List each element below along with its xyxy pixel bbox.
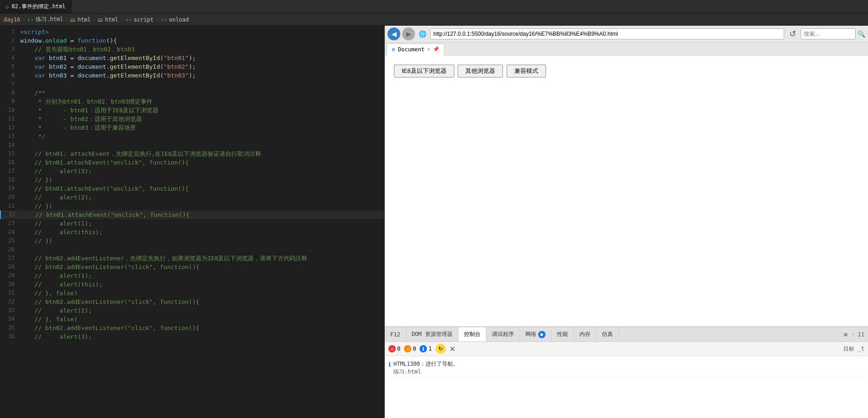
breadcrumb-html[interactable]: html — [77, 16, 91, 23]
code-line-33: 33 // alert(2); — [0, 306, 384, 315]
breadcrumb-html-file[interactable]: 练习.html — [36, 16, 63, 23]
breadcrumb-angle: ‹› — [27, 16, 33, 23]
code-line-1: 1 <script> — [0, 28, 384, 36]
code-line-22: 22 // btn01.attachEvent("onclick", funct… — [0, 210, 384, 219]
main-area: 1 <script> 2 window.onload = function(){… — [0, 26, 868, 418]
log-entry-1: ℹ HTML1300：进行了导航。 练习.html — [388, 359, 864, 378]
code-line-27: 27 // btn02.addEventListener，先绑定先执行，如果浏览… — [0, 254, 384, 263]
globe-icon: 🌐 — [417, 29, 428, 38]
code-line-35: 35 // btn02.addEventListener("click", fu… — [0, 324, 384, 332]
code-line-30: 30 // alert(this); — [0, 280, 384, 289]
code-line-17: 17 // alert(3); — [0, 167, 384, 176]
tab-label: 02.事件的绑定.html — [11, 3, 66, 11]
forward-button[interactable]: ▶ — [402, 28, 415, 40]
code-line-16: 16 // btn01.attachEvent("onclick", funct… — [0, 158, 384, 167]
code-line-5: 5 var btn02 = document.getElementById("b… — [0, 62, 384, 71]
code-line-10: 10 * - btn01：适用于IE8及以下浏览器 — [0, 106, 384, 115]
devtools-tab-dom[interactable]: DOM 资源管理器 — [406, 327, 459, 341]
code-line-6: 6 var btn03 = document.getElementById("b… — [0, 71, 384, 80]
devtools-tab-right: ⊞ · 11 — [841, 331, 868, 338]
breadcrumb-head-icon: 🗂 — [98, 16, 103, 23]
log-message: HTML1300：进行了导航。 — [393, 360, 459, 368]
search-button[interactable]: 🔍 — [857, 30, 865, 38]
code-line-15: 15 // btn01: attachEvent，先绑定后执行,在IE8及以下浏… — [0, 149, 384, 158]
doc-tab-bar: e Document ✕ 📌 — [385, 43, 868, 55]
code-line-11: 11 * - btn02：适用于其他浏览器 — [0, 115, 384, 123]
browser-content: IE8及以下浏览器 其他浏览器 兼容模式 — [385, 55, 868, 326]
breadcrumb-day16[interactable]: day16 — [4, 16, 20, 23]
log-file: 练习.html — [393, 368, 459, 376]
code-line-12: 12 * - btn03：适用于兼容场景 — [0, 123, 384, 132]
back-button[interactable]: ◀ — [388, 28, 400, 40]
devtools-target-label: 目标 _t — [843, 345, 864, 353]
document-page: IE8及以下浏览器 其他浏览器 兼容模式 — [385, 55, 868, 326]
devtools-tab-emulation[interactable]: 仿真 — [596, 327, 619, 341]
browser-toolbar: ◀ ▶ 🌐 ↺ 🔍 — [385, 26, 868, 43]
devtools-tab-memory[interactable]: 内存 — [574, 327, 596, 341]
code-line-31: 31 // }, false) — [0, 289, 384, 297]
compat-button[interactable]: 兼容模式 — [507, 65, 546, 77]
log-info-icon: ℹ — [388, 361, 391, 368]
info-count: ℹ 1 — [420, 345, 431, 352]
file-icon: ◇ — [5, 4, 9, 10]
code-line-20: 20 // alert(2); — [0, 193, 384, 202]
search-input[interactable] — [801, 28, 856, 39]
devtools-panel: F12 DOM 资源管理器 控制台 调试程序 网络 ● 性能 — [385, 326, 868, 418]
devtools-tab-perf[interactable]: 性能 — [551, 327, 574, 341]
devtools-layout-icon[interactable]: ⊞ — [844, 331, 847, 338]
url-bar[interactable] — [430, 28, 784, 39]
refresh-button[interactable]: ↺ — [786, 28, 799, 40]
code-line-32: 32 // btn02.addEventListener("click", fu… — [0, 297, 384, 306]
breadcrumb-onload-icon: ‹› — [161, 16, 167, 23]
code-line-34: 34 // }, false) — [0, 315, 384, 324]
tab-bar: ◇ 02.事件的绑定.html — [0, 0, 868, 14]
code-line-29: 29 // alert(1); — [0, 271, 384, 280]
document-tab[interactable]: e Document ✕ 📌 — [387, 44, 444, 55]
devtools-content: ℹ HTML1300：进行了导航。 练习.html — [385, 356, 868, 418]
code-line-8: 8 /** — [0, 88, 384, 97]
browser-panel: ◀ ▶ 🌐 ↺ 🔍 e Document ✕ 📌 IE8及以下浏览器 其他浏览器… — [385, 26, 868, 418]
doc-tab-pin[interactable]: 📌 — [433, 46, 439, 52]
error-icon: ✕ — [388, 345, 396, 352]
code-line-18: 18 // }) — [0, 176, 384, 184]
info-icon: ℹ — [420, 345, 427, 352]
code-line-25: 25 // }) — [0, 236, 384, 245]
code-line-19: 19 // btn01.attachEvent("onclick", funct… — [0, 184, 384, 193]
devtools-tab-f12[interactable]: F12 — [385, 327, 406, 341]
warning-count: ⚠ 0 — [404, 345, 416, 352]
doc-tab-close[interactable]: ✕ — [427, 46, 431, 52]
devtools-tab-network[interactable]: 网络 ● — [520, 327, 551, 341]
code-line-3: 3 // 首先获取btn01、btn02、btn03 — [0, 45, 384, 54]
breadcrumb-script[interactable]: script — [134, 16, 153, 23]
devtools-refresh-button[interactable]: ↻ — [436, 344, 446, 354]
ie-icon: e — [392, 46, 395, 53]
code-line-7: 7 — [0, 80, 384, 88]
code-line-14: 14 — [0, 141, 384, 149]
devtools-clear-button[interactable]: ✕ — [449, 345, 455, 353]
code-line-26: 26 — [0, 245, 384, 254]
breadcrumb-html-tag: 🗂 — [70, 16, 76, 23]
other-browser-button[interactable]: 其他浏览器 — [458, 65, 503, 77]
devtools-tab-debugger[interactable]: 调试程序 — [486, 327, 520, 341]
code-line-36: 36 // alert(3); — [0, 332, 384, 341]
breadcrumb: day16 › ‹› 练习.html › 🗂 html › 🗂 html › ‹… — [0, 14, 868, 26]
network-badge: ● — [538, 331, 546, 338]
code-line-28: 28 // btn02.addEventListener("click", fu… — [0, 263, 384, 271]
devtools-toolbar: ✕ 0 ⚠ 0 ℹ 1 ↻ ✕ 目标 _t — [385, 342, 868, 356]
editor-tab[interactable]: ◇ 02.事件的绑定.html — [0, 0, 71, 13]
code-line-4: 4 var btn01 = document.getElementById("b… — [0, 54, 384, 62]
warning-icon: ⚠ — [404, 345, 411, 352]
ie8-button[interactable]: IE8及以下浏览器 — [394, 65, 454, 77]
code-line-13: 13 */ — [0, 132, 384, 141]
code-line-23: 23 // alert(1); — [0, 219, 384, 228]
devtools-tabs: F12 DOM 资源管理器 控制台 调试程序 网络 ● 性能 — [385, 327, 868, 342]
error-count: ✕ 0 — [388, 345, 400, 352]
code-panel[interactable]: 1 <script> 2 window.onload = function(){… — [0, 26, 385, 418]
doc-tab-label: Document — [398, 46, 425, 53]
devtools-tab-console[interactable]: 控制台 — [459, 327, 486, 341]
breadcrumb-head[interactable]: html — [105, 16, 118, 23]
code-line-9: 9 * 分别为btn01、btn02、btn03绑定事件 — [0, 97, 384, 106]
code-line-2: 2 window.onload = function(){ — [0, 36, 384, 45]
breadcrumb-script-icon: ‹› — [125, 16, 131, 23]
breadcrumb-onload[interactable]: onload — [169, 16, 189, 23]
